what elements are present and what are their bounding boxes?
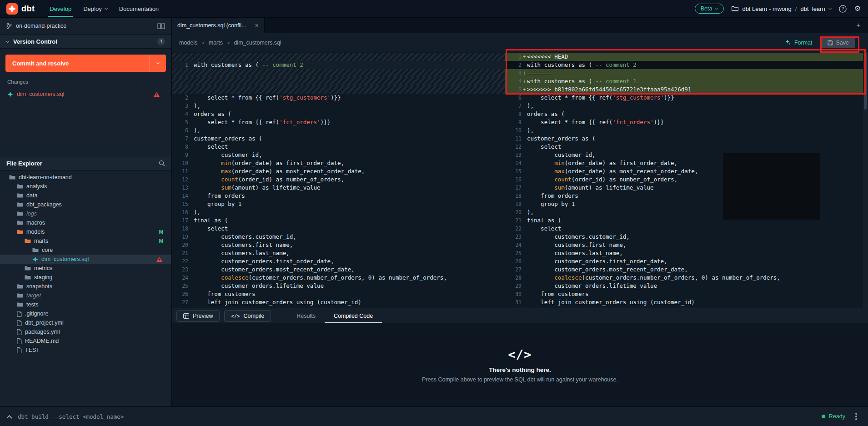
nav-item-develop[interactable]: Develop	[44, 0, 77, 17]
code-line: 1+<<<<<<< HEAD	[505, 53, 868, 61]
line-number: 3	[505, 69, 522, 77]
code-line: 15 max(order_date) as most_recent_order_…	[505, 167, 868, 175]
chevron-down-icon	[715, 6, 718, 10]
preview-button[interactable]: Preview	[176, 310, 220, 322]
branch-selector[interactable]: on-demand-practice	[0, 18, 171, 34]
changed-file-dim_customers.sql[interactable]: dim_customers.sql	[5, 89, 166, 100]
code-line: 11customer_orders as (	[505, 135, 868, 143]
line-number: 13	[505, 151, 522, 159]
diff-mark	[522, 167, 527, 175]
tree-item-packages.yml[interactable]: packages.yml	[0, 327, 171, 336]
code-line: 21 customers.last_name,	[172, 249, 505, 257]
diff-mark	[188, 216, 194, 225]
editor-pane-modified[interactable]: 1+<<<<<<< HEAD2with customers as ( -- co…	[505, 52, 868, 308]
tab-results[interactable]: Results	[287, 308, 325, 323]
help-icon[interactable]: ?	[839, 5, 847, 13]
diff-mark	[522, 151, 527, 159]
account-project-selector[interactable]: dbt Learn - mwong / dbt_learn	[732, 5, 831, 12]
tree-item-target[interactable]: target	[0, 291, 171, 300]
tab-dim-customers[interactable]: dim_customers.sql (confli... ×	[172, 18, 265, 33]
breadcrumb-item[interactable]: marts	[209, 40, 223, 46]
command-input[interactable]: dbt build --select <model_name>	[18, 413, 815, 420]
commit-button-label[interactable]: Commit and resolve	[5, 55, 150, 72]
commit-options-caret[interactable]	[150, 55, 166, 72]
diff-mark	[188, 282, 194, 290]
scrollbar-thumb[interactable]	[864, 53, 867, 110]
code-line: 22 select	[505, 225, 868, 233]
diff-mark	[522, 143, 527, 151]
diff-mark	[188, 192, 194, 200]
tree-item-README.md[interactable]: README.md	[0, 336, 171, 346]
tree-item-staging[interactable]: staging	[0, 273, 171, 282]
tree-item-analysis[interactable]: analysis	[0, 182, 171, 191]
new-tab-button[interactable]: +	[856, 21, 861, 30]
tree-item-core[interactable]: core	[0, 246, 171, 255]
line-number: 1	[505, 53, 522, 61]
tree-item-models[interactable]: modelsM	[0, 227, 171, 236]
gear-icon[interactable]: ⚙	[854, 5, 861, 12]
diff-mark	[522, 216, 527, 225]
tab-compiled-code[interactable]: Compiled Code	[325, 308, 382, 323]
path-separator: /	[795, 5, 797, 12]
compile-button[interactable]: </> Compile	[224, 310, 271, 322]
tree-item-dbt_packages[interactable]: dbt_packages	[0, 200, 171, 209]
format-button[interactable]: Format	[785, 40, 813, 46]
save-button[interactable]: Save	[822, 37, 855, 48]
code-line: 27 customer_orders.most_recent_order_dat…	[505, 266, 868, 274]
sparkles-icon	[785, 40, 791, 45]
version-control-header[interactable]: Version Control 1	[0, 34, 171, 49]
dbt-logo[interactable]: dbt	[0, 0, 44, 17]
nav-item-deploy[interactable]: Deploy	[77, 0, 113, 17]
nav-item-documentation[interactable]: Documentation	[113, 0, 165, 17]
tree-item-dbt_project.yml[interactable]: dbt_project.yml	[0, 318, 171, 327]
diff-mark: +	[522, 53, 527, 61]
tree-item-data[interactable]: data	[0, 191, 171, 200]
tree-item-.gitignore[interactable]: .gitignore	[0, 309, 171, 318]
tree-item-dim_customers.sql[interactable]: dim_customers.sql	[0, 255, 171, 264]
git-branch-icon	[6, 23, 12, 29]
line-number: 24	[172, 274, 188, 282]
code-line: 8 select	[172, 143, 505, 151]
diff-gap	[172, 85, 505, 94]
commit-and-resolve-button[interactable]: Commit and resolve	[5, 55, 166, 72]
line-number: 5	[172, 118, 188, 126]
line-number: 6	[505, 94, 522, 102]
file-explorer-header[interactable]: File Explorer	[0, 156, 171, 170]
tree-item-TEST[interactable]: TEST	[0, 346, 171, 355]
tree-item-metrics[interactable]: metrics	[0, 264, 171, 273]
diff-mark	[522, 159, 527, 167]
tree-item-dbt-learn-on-demand[interactable]: dbt-learn-on-demand	[0, 173, 171, 182]
empty-state-title: There's nothing here.	[489, 366, 551, 373]
book-icon[interactable]	[157, 23, 165, 29]
line-number: 17	[172, 216, 188, 225]
tree-item-marts[interactable]: martsM	[0, 236, 171, 246]
line-number: 10	[172, 159, 188, 167]
diff-mark	[188, 306, 194, 308]
breadcrumb-item[interactable]: models	[179, 40, 197, 46]
code-line: 24 customers.first_name,	[505, 241, 868, 249]
code-line: 12 select	[505, 143, 868, 151]
kebab-menu-icon[interactable]	[855, 416, 857, 417]
editor-pane-original[interactable]: 1with customers as ( -- comment 22 selec…	[172, 52, 505, 308]
line-number: 13	[172, 184, 188, 192]
tree-item-macros[interactable]: macros	[0, 218, 171, 227]
tree-item-snapshots[interactable]: snapshots	[0, 282, 171, 291]
tree-item-logs[interactable]: logs	[0, 209, 171, 218]
preview-icon	[183, 313, 189, 319]
code-line: 15 group by 1	[172, 200, 505, 208]
search-icon[interactable]	[159, 160, 165, 166]
close-icon[interactable]: ×	[255, 22, 259, 29]
tree-item-tests[interactable]: tests	[0, 300, 171, 309]
merge-editor[interactable]: 1with customers as ( -- comment 22 selec…	[172, 52, 868, 308]
chevron-up-icon[interactable]	[6, 415, 12, 421]
breadcrumb-item[interactable]: dim_customers.sql	[234, 40, 281, 46]
code-line: 13 sum(amount) as lifetime_value	[172, 184, 505, 192]
diff-mark	[188, 208, 194, 216]
code-line: 17final as (	[172, 216, 505, 225]
beta-toggle[interactable]: Beta	[695, 4, 724, 14]
project-name: dbt_learn	[800, 5, 825, 12]
diff-mark	[188, 118, 194, 126]
code-line: 19 group by 1	[505, 200, 868, 208]
file-explorer-title: File Explorer	[6, 160, 42, 167]
diff-mark	[522, 200, 527, 208]
